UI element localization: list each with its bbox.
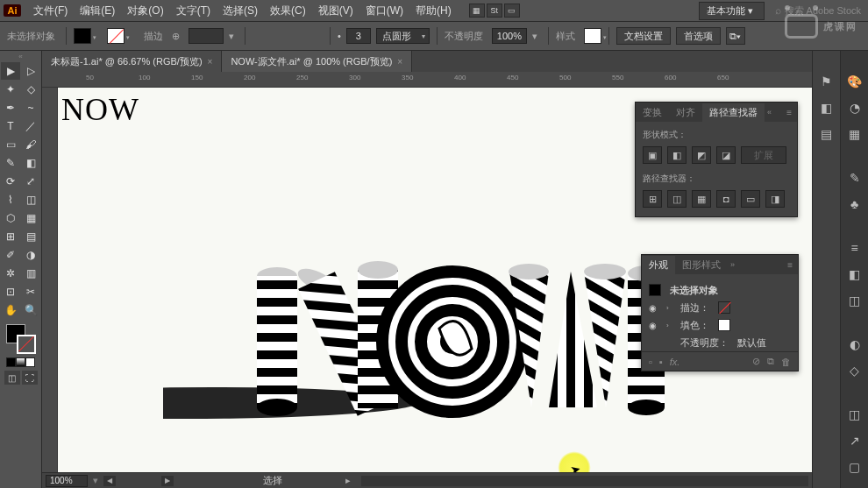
direct-selection-tool[interactable]: ▷ [21, 62, 40, 80]
perspective-tool[interactable]: ▦ [21, 209, 40, 227]
mesh-tool[interactable]: ⊞ [1, 228, 20, 245]
gradient-mode[interactable] [16, 357, 25, 367]
menu-view[interactable]: 视图(V) [313, 1, 359, 21]
fill-swatch[interactable] [718, 319, 730, 331]
menu-select[interactable]: 选择(S) [217, 1, 263, 21]
selection-tool[interactable]: ▶ [1, 62, 20, 80]
color-picker[interactable] [6, 324, 36, 354]
menu-edit[interactable]: 编辑(E) [75, 1, 120, 21]
opacity-input[interactable] [492, 28, 527, 44]
stroke-width-input[interactable] [189, 28, 224, 44]
minus-back-button[interactable]: ◨ [765, 190, 785, 208]
free-transform-tool[interactable]: ◫ [21, 191, 40, 209]
width-tool[interactable]: ⌇ [1, 191, 20, 209]
zoom-level[interactable]: 100% [46, 475, 88, 487]
magic-wand-tool[interactable]: ✦ [1, 81, 20, 98]
rectangle-tool[interactable]: ▭ [1, 136, 20, 153]
color-mode[interactable] [6, 357, 16, 367]
divide-button[interactable]: ⊞ [643, 190, 662, 208]
scale-tool[interactable]: ⤢ [21, 173, 40, 190]
menu-object[interactable]: 对象(O) [122, 1, 168, 21]
symbol-sprayer-tool[interactable]: ✲ [1, 265, 20, 282]
style-swatch[interactable]: ▾ [584, 28, 601, 44]
add-fill-icon[interactable]: ▪ [659, 357, 663, 367]
menu-effect[interactable]: 效果(C) [265, 1, 311, 21]
line-tool[interactable]: ／ [21, 117, 40, 135]
brushes-panel-icon[interactable]: ✎ [847, 170, 863, 186]
menu-file[interactable]: 文件(F) [28, 1, 73, 21]
duplicate-icon[interactable]: ⧉ [767, 356, 774, 367]
menu-help[interactable]: 帮助(H) [410, 1, 457, 21]
artboards-icon[interactable]: ▢ [847, 459, 863, 475]
add-stroke-icon[interactable]: ▫ [649, 357, 652, 367]
bridge-icon[interactable]: ▦ [469, 4, 485, 18]
panel-menu-icon[interactable]: ≡ [782, 260, 798, 270]
rotate-tool[interactable]: ⟳ [1, 173, 20, 190]
draw-mode[interactable]: ◫ [4, 371, 20, 385]
properties-panel-icon[interactable]: ⚑ [819, 74, 835, 89]
color-guide-icon[interactable]: ◔ [847, 100, 863, 116]
scrollbar-horizontal[interactable] [361, 476, 808, 486]
artboard-tool[interactable]: ⊡ [1, 283, 20, 301]
none-mode[interactable] [25, 357, 35, 367]
nav-left-icon[interactable]: ◀ [103, 476, 116, 486]
stroke-panel-icon[interactable]: ≡ [847, 240, 863, 256]
expand-button[interactable]: 扩展 [741, 146, 786, 164]
dot-input[interactable] [346, 28, 371, 44]
unite-button[interactable]: ▣ [643, 146, 662, 164]
type-tool[interactable]: T [1, 117, 20, 135]
stock-icon[interactable]: St [487, 4, 502, 18]
brush-select[interactable]: 点圆形 [376, 28, 430, 44]
fill-swatch[interactable]: ▾ [74, 28, 91, 44]
crop-button[interactable]: ◘ [716, 190, 736, 208]
stroke-swatch[interactable]: ▾ [107, 28, 125, 44]
panel-tab-transform[interactable]: 变换 [636, 103, 669, 122]
layers-icon[interactable]: ◫ [847, 407, 863, 422]
eraser-tool[interactable]: ◧ [21, 154, 40, 172]
panel-tab-graphic-styles[interactable]: 图形样式 [675, 256, 728, 274]
exclude-button[interactable]: ◪ [716, 146, 736, 164]
layers-panel-icon[interactable]: ◧ [819, 100, 835, 116]
visibility-icon[interactable]: ◉ [649, 303, 658, 313]
gradient-panel-icon[interactable]: ◧ [847, 266, 863, 282]
paintbrush-tool[interactable]: 🖌 [21, 136, 40, 153]
document-setup-button[interactable]: 文档设置 [616, 27, 671, 45]
lasso-tool[interactable]: ◇ [21, 81, 40, 98]
intersect-button[interactable]: ◩ [692, 146, 711, 164]
panel-collapse-icon[interactable]: » [728, 260, 737, 269]
document-tab-2[interactable]: NOW-源文件.ai* @ 100% (RGB/预览) × [222, 51, 412, 72]
slice-tool[interactable]: ✂ [21, 283, 40, 301]
merge-button[interactable]: ▦ [692, 190, 711, 208]
graphic-styles-icon[interactable]: ◇ [847, 363, 863, 378]
column-graph-tool[interactable]: ▥ [21, 265, 40, 282]
close-icon[interactable]: × [397, 57, 402, 67]
menu-window[interactable]: 窗口(W) [360, 1, 409, 21]
stroke-color[interactable] [17, 335, 36, 354]
visibility-icon[interactable]: ◉ [649, 321, 658, 330]
align-artboard-button[interactable]: ⧉▾ [726, 27, 745, 45]
menu-text[interactable]: 文字(T) [171, 1, 216, 21]
transparency-panel-icon[interactable]: ◫ [847, 293, 863, 308]
symbols-panel-icon[interactable]: ♣ [847, 196, 863, 212]
trim-button[interactable]: ◫ [667, 190, 687, 208]
color-panel-icon[interactable]: 🎨 [847, 74, 863, 89]
eyedropper-tool[interactable]: ✐ [1, 246, 20, 264]
pen-tool[interactable]: ✒ [1, 99, 20, 117]
panel-tab-pathfinder[interactable]: 路径查找器 [702, 103, 765, 122]
screen-mode[interactable]: ⛶ [22, 371, 38, 385]
arrange-icon[interactable]: ▭ [504, 4, 520, 18]
stroke-swatch[interactable] [718, 301, 730, 314]
zoom-tool[interactable]: 🔍 [21, 301, 40, 319]
blend-tool[interactable]: ◑ [21, 246, 40, 264]
panel-tab-appearance[interactable]: 外观 [642, 256, 675, 274]
asset-export-icon[interactable]: ↗ [847, 433, 863, 449]
close-icon[interactable]: × [208, 57, 213, 67]
add-effect-icon[interactable]: fx. [670, 357, 680, 367]
panel-tab-align[interactable]: 对齐 [669, 103, 702, 122]
preferences-button[interactable]: 首选项 [676, 27, 721, 45]
outline-button[interactable]: ▭ [741, 190, 760, 208]
nav-right-icon[interactable]: ▶ [161, 476, 174, 486]
shape-builder-tool[interactable]: ⬡ [1, 209, 20, 227]
minus-front-button[interactable]: ◧ [667, 146, 687, 164]
shaper-tool[interactable]: ✎ [1, 154, 20, 172]
